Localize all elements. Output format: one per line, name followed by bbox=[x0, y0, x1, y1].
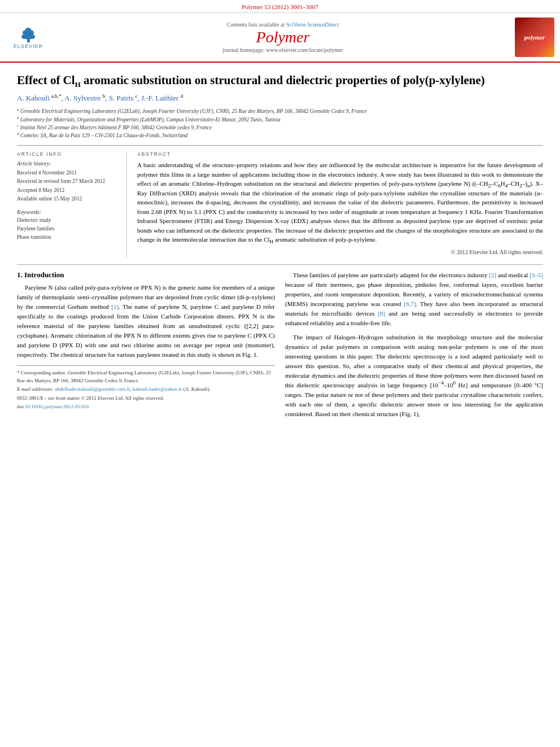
affiliation-a: a Grenoble Electrical Engineering Labora… bbox=[17, 107, 543, 115]
body-right-col: These families of parylene are particula… bbox=[285, 270, 543, 424]
affiliations: a Grenoble Electrical Engineering Labora… bbox=[17, 107, 543, 139]
footnote-email: E-mail addresses: abdelkader.kahouli@gre… bbox=[17, 386, 275, 394]
footnote-doi: doi:10.1016/j.polymer.2012.05.016 bbox=[17, 403, 275, 411]
authors: A. Kahouli a,b,*, A. Sylvestre b, S. Pai… bbox=[17, 94, 543, 103]
cite-8: [8] bbox=[378, 310, 385, 317]
received-date: Received 4 November 2011 bbox=[17, 169, 120, 177]
journal-homepage: journal homepage: www.elsevier.com/locat… bbox=[56, 47, 509, 53]
author-sylvestre: A. Sylvestre b bbox=[64, 94, 105, 102]
title-text-after-sub: aromatic substitution on structural and … bbox=[81, 73, 485, 87]
polymer-logo-text: polymer bbox=[524, 34, 545, 41]
article-history: Article history: Received 4 November 201… bbox=[17, 160, 120, 203]
journal-center-info: Contents lists available at SciVerse Sci… bbox=[56, 21, 509, 54]
abstract-column: ABSTRACT A basic understanding of the st… bbox=[137, 151, 543, 257]
keyword-2: Parylene families bbox=[17, 225, 120, 233]
footnote-issn: 0032-3861/$ – see front matter © 2012 El… bbox=[17, 395, 275, 403]
elsevier-logo: ELSEVIER bbox=[6, 23, 51, 51]
cite-3-5: [3–5] bbox=[530, 272, 543, 278]
section-divider bbox=[17, 264, 543, 265]
keywords-block: Keywords: Dielectric study Parylene fami… bbox=[17, 209, 120, 242]
copyright-line: © 2012 Elsevier Ltd. All rights reserved… bbox=[137, 249, 543, 255]
intro-heading: 1. Introduction bbox=[17, 270, 275, 279]
article-info-abstract-section: ARTICLE INFO Article history: Received 4… bbox=[17, 145, 543, 257]
received-revised: Received in revised form 27 March 2012 bbox=[17, 177, 120, 186]
available-date: Available online 15 May 2012 bbox=[17, 195, 120, 203]
affiliation-c: c Institut Néel 25 avenue des Martyrs bâ… bbox=[17, 124, 543, 132]
polymer-logo-box: polymer bbox=[515, 18, 554, 57]
intro-para-1: Parylene N (also called poly-para-xylyle… bbox=[17, 283, 275, 360]
cite-2: [2] bbox=[489, 272, 496, 278]
affiliation-b: b Laboratory for Materials, Organization… bbox=[17, 116, 543, 124]
body-two-col: 1. Introduction Parylene N (also called … bbox=[17, 270, 543, 424]
keyword-1: Dielectric study bbox=[17, 216, 120, 225]
elsevier-tree-icon bbox=[19, 25, 38, 42]
doi-link[interactable]: 10.1016/j.polymer.2012.05.016 bbox=[25, 404, 89, 409]
abstract-label: ABSTRACT bbox=[137, 151, 543, 157]
author-pairis: S. Pairis c bbox=[109, 94, 138, 102]
main-content: Effect of ClH aromatic substitution on s… bbox=[0, 63, 560, 435]
page: Polymer 53 (2012) 3001–3007 ELSEVIER Con… bbox=[0, 0, 560, 747]
body-left-col: 1. Introduction Parylene N (also called … bbox=[17, 270, 275, 424]
accepted-date: Accepted 8 May 2012 bbox=[17, 186, 120, 195]
keyword-3: Phase transition bbox=[17, 233, 120, 242]
email-1-link[interactable]: abdelkader.kahouli@grenoble.cnrs.fr bbox=[55, 386, 130, 392]
article-info-label: ARTICLE INFO bbox=[17, 151, 120, 157]
cite-6-7: [6,7] bbox=[404, 300, 416, 307]
elsevier-text: ELSEVIER bbox=[14, 43, 43, 49]
article-title: Effect of ClH aromatic substitution on s… bbox=[17, 73, 543, 88]
body-right-para-1: These families of parylene are particula… bbox=[285, 270, 543, 328]
cite-1: [1] bbox=[111, 303, 119, 310]
contents-text: Contents lists available at bbox=[227, 21, 285, 28]
footnotes: * Corresponding author. Grenoble Electri… bbox=[17, 365, 275, 411]
author-kahouli: A. Kahouli a,b,* bbox=[17, 94, 62, 102]
title-sub: H bbox=[75, 80, 81, 89]
email-2-link[interactable]: kahouli.kader@yahoo.fr bbox=[133, 386, 182, 392]
affiliation-d: d Comelec SA, Rue de la Paix 129 – CH-23… bbox=[17, 132, 543, 139]
svg-point-5 bbox=[23, 30, 27, 35]
article-info-column: ARTICLE INFO Article history: Received 4… bbox=[17, 151, 127, 257]
keywords-label: Keywords: bbox=[17, 209, 120, 215]
top-bar: Polymer 53 (2012) 3001–3007 bbox=[0, 0, 560, 13]
svg-point-6 bbox=[29, 30, 34, 35]
sciverse-link[interactable]: SciVerse ScienceDirect bbox=[286, 21, 339, 28]
body-right-para-2: The impact of Halogen–Hydrogen substitut… bbox=[285, 333, 543, 419]
journal-header: ELSEVIER Contents lists available at Sci… bbox=[0, 13, 560, 63]
author-laithier: J.-F. Laithier d bbox=[141, 94, 183, 102]
title-text-before-sub: Effect of Cl bbox=[17, 73, 75, 87]
journal-citation: Polymer 53 (2012) 3001–3007 bbox=[242, 3, 318, 10]
footnote-corresponding: * Corresponding author. Grenoble Electri… bbox=[17, 369, 275, 385]
svg-point-3 bbox=[29, 34, 35, 39]
sciverse-line: Contents lists available at SciVerse Sci… bbox=[56, 21, 509, 28]
svg-point-2 bbox=[21, 34, 27, 39]
intro-title: Introduction bbox=[24, 270, 64, 279]
intro-num: 1. bbox=[17, 270, 23, 279]
journal-name: Polymer bbox=[56, 29, 509, 46]
abstract-text: A basic understanding of the structure–p… bbox=[137, 160, 543, 244]
history-label: Article history: bbox=[17, 160, 120, 167]
